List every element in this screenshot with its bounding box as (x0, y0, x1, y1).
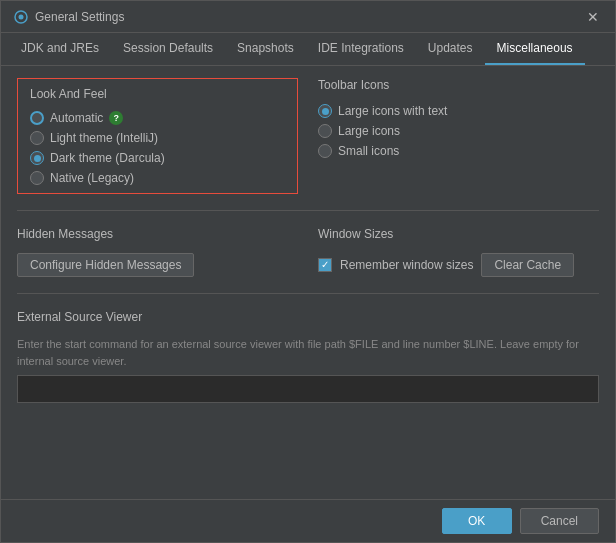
radio-large-icons-indicator (318, 124, 332, 138)
external-source-title: External Source Viewer (17, 310, 599, 324)
radio-large-icons-text-indicator (318, 104, 332, 118)
settings-icon (13, 9, 29, 25)
clear-cache-button[interactable]: Clear Cache (481, 253, 574, 277)
radio-automatic[interactable]: Automatic ? (30, 111, 285, 125)
svg-point-1 (19, 14, 24, 19)
radio-small-icons-label: Small icons (338, 144, 399, 158)
separator-2 (17, 293, 599, 294)
radio-large-icons-text[interactable]: Large icons with text (318, 104, 599, 118)
radio-automatic-indicator (30, 111, 44, 125)
toolbar-icons-panel: Toolbar Icons Large icons with text Larg… (318, 78, 599, 194)
radio-light-label: Light theme (IntelliJ) (50, 131, 158, 145)
remember-row: Remember window sizes Clear Cache (318, 253, 599, 277)
tabs-container: JDK and JREs Session Defaults Snapshots … (1, 33, 615, 66)
external-source-section: External Source Viewer Enter the start c… (17, 310, 599, 403)
help-icon[interactable]: ? (109, 111, 123, 125)
radio-automatic-label: Automatic (50, 111, 103, 125)
radio-large-icons[interactable]: Large icons (318, 124, 599, 138)
radio-light-indicator (30, 131, 44, 145)
radio-light-theme[interactable]: Light theme (IntelliJ) (30, 131, 285, 145)
radio-dark-indicator (30, 151, 44, 165)
radio-small-icons-indicator (318, 144, 332, 158)
radio-large-icons-text-label: Large icons with text (338, 104, 447, 118)
close-button[interactable]: ✕ (583, 8, 603, 26)
radio-dark-theme[interactable]: Dark theme (Darcula) (30, 151, 285, 165)
look-feel-title: Look And Feel (30, 87, 285, 101)
tab-miscellaneous[interactable]: Miscellaneous (485, 33, 585, 65)
title-bar: General Settings ✕ (1, 1, 615, 33)
dialog: General Settings ✕ JDK and JREs Session … (0, 0, 616, 543)
dialog-title: General Settings (35, 10, 124, 24)
tab-ide-integrations[interactable]: IDE Integrations (306, 33, 416, 65)
radio-native-legacy[interactable]: Native (Legacy) (30, 171, 285, 185)
tab-updates[interactable]: Updates (416, 33, 485, 65)
remember-checkbox[interactable] (318, 258, 332, 272)
external-source-desc: Enter the start command for an external … (17, 336, 599, 369)
configure-hidden-messages-button[interactable]: Configure Hidden Messages (17, 253, 194, 277)
tab-jdk-jres[interactable]: JDK and JREs (9, 33, 111, 65)
content-area: Look And Feel Automatic ? Light theme (I… (1, 66, 615, 499)
footer: OK Cancel (1, 499, 615, 542)
radio-small-icons[interactable]: Small icons (318, 144, 599, 158)
separator-1 (17, 210, 599, 211)
hidden-messages-panel: Hidden Messages Configure Hidden Message… (17, 227, 298, 277)
cancel-button[interactable]: Cancel (520, 508, 599, 534)
top-row: Look And Feel Automatic ? Light theme (I… (17, 78, 599, 194)
radio-large-icons-label: Large icons (338, 124, 400, 138)
external-source-input[interactable] (17, 375, 599, 403)
title-bar-left: General Settings (13, 9, 124, 25)
window-sizes-panel: Window Sizes Remember window sizes Clear… (318, 227, 599, 277)
look-feel-panel: Look And Feel Automatic ? Light theme (I… (17, 78, 298, 194)
radio-dark-label: Dark theme (Darcula) (50, 151, 165, 165)
remember-label: Remember window sizes (340, 258, 473, 272)
window-sizes-title: Window Sizes (318, 227, 599, 241)
ok-button[interactable]: OK (442, 508, 512, 534)
look-feel-box: Look And Feel Automatic ? Light theme (I… (17, 78, 298, 194)
hidden-messages-title: Hidden Messages (17, 227, 298, 241)
tab-session-defaults[interactable]: Session Defaults (111, 33, 225, 65)
radio-native-label: Native (Legacy) (50, 171, 134, 185)
tab-snapshots[interactable]: Snapshots (225, 33, 306, 65)
radio-native-indicator (30, 171, 44, 185)
toolbar-icons-title: Toolbar Icons (318, 78, 599, 92)
middle-row: Hidden Messages Configure Hidden Message… (17, 227, 599, 277)
